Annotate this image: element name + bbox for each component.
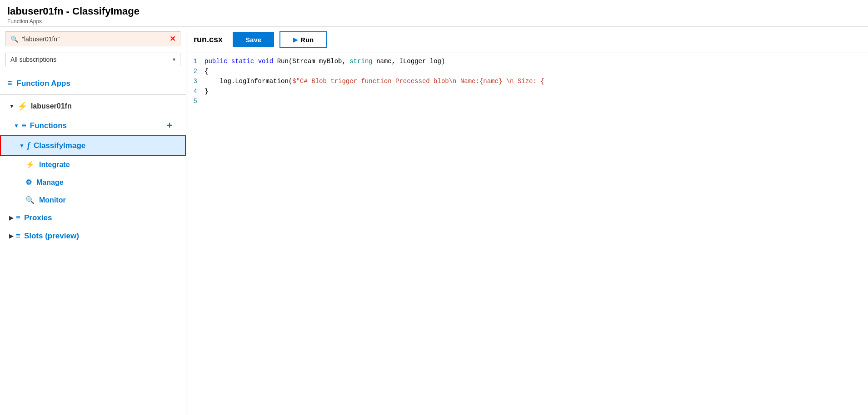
- chevron-down-icon: ▾: [173, 56, 175, 63]
- subscription-label: All subscriptions: [10, 56, 173, 63]
- sub-items: ⚡ Integrate ⚙ Manage 🔍 Monitor: [0, 156, 186, 209]
- search-icon: 🔍: [10, 35, 18, 43]
- line-code: public static void Run(Stream myBlob, st…: [205, 58, 868, 68]
- classify-image-item[interactable]: ▼ f ClassifyImage: [0, 135, 186, 156]
- search-input[interactable]: [22, 35, 170, 43]
- code-editor[interactable]: 1 public static void Run(Stream myBlob, …: [186, 53, 868, 415]
- code-line-3: 3 log.LogInformation($"C# Blob trigger f…: [186, 78, 868, 88]
- line-number: 4: [186, 88, 205, 98]
- proxies-label: Proxies: [24, 213, 52, 222]
- line-code: }: [205, 88, 868, 98]
- manage-item[interactable]: ⚙ Manage: [0, 173, 186, 191]
- page-header: labuser01fn - ClassifyImage Function App…: [0, 0, 868, 27]
- proxies-item[interactable]: ▶ ≡ Proxies: [0, 209, 186, 227]
- chevron-down-icon: ▼: [19, 143, 25, 149]
- gear-icon: ⚙: [25, 178, 32, 187]
- chevron-down-icon: ▼: [9, 103, 15, 109]
- search-box[interactable]: 🔍 ✕: [5, 31, 180, 46]
- line-number: 2: [186, 68, 205, 78]
- monitor-icon: 🔍: [25, 196, 35, 204]
- app-name-label: labuser01fn: [31, 102, 72, 110]
- code-line-1: 1 public static void Run(Stream myBlob, …: [186, 58, 868, 68]
- slots-list-icon: ≡: [16, 232, 20, 241]
- chevron-down-icon: ▼: [14, 123, 19, 129]
- integrate-label: Integrate: [39, 161, 70, 169]
- classify-image-label: ClassifyImage: [34, 141, 85, 150]
- clear-search-button[interactable]: ✕: [170, 35, 175, 43]
- integrate-item[interactable]: ⚡ Integrate: [0, 156, 186, 173]
- line-code: {: [205, 68, 868, 78]
- page-title: labuser01fn - ClassifyImage: [7, 5, 861, 17]
- functions-list-icon: ≡: [22, 121, 26, 130]
- function-app-labuser01fn[interactable]: ▼ ⚡ labuser01fn: [0, 97, 186, 116]
- slots-item[interactable]: ▶ ≡ Slots (preview): [0, 227, 186, 245]
- save-button[interactable]: Save: [233, 32, 274, 47]
- monitor-label: Monitor: [39, 196, 66, 204]
- main-content: run.csx Save ▶ Run 1 public static void …: [186, 27, 868, 415]
- code-line-5: 5: [186, 98, 868, 108]
- sidebar-item-function-apps[interactable]: ≡ Function Apps: [0, 74, 186, 93]
- run-button[interactable]: ▶ Run: [279, 31, 327, 48]
- functions-label: Functions: [30, 121, 167, 130]
- editor-toolbar: run.csx Save ▶ Run: [186, 27, 868, 53]
- proxies-list-icon: ≡: [16, 213, 20, 222]
- code-line-4: 4 }: [186, 88, 868, 98]
- line-number: 5: [186, 98, 205, 108]
- line-code: log.LogInformation($"C# Blob trigger fun…: [205, 78, 868, 88]
- add-function-button[interactable]: +: [167, 120, 172, 131]
- chevron-right-icon: ▶: [9, 215, 13, 221]
- run-arrow-icon: ▶: [293, 36, 298, 43]
- list-icon: ≡: [7, 79, 12, 88]
- subscription-dropdown[interactable]: All subscriptions ▾: [5, 53, 180, 66]
- functions-row[interactable]: ▼ ≡ Functions +: [0, 116, 186, 135]
- line-number: 3: [186, 78, 205, 88]
- chevron-right-icon: ▶: [9, 233, 13, 239]
- sidebar-divider-2: [0, 94, 186, 95]
- slots-label: Slots (preview): [24, 232, 79, 241]
- sidebar: 🔍 ✕ All subscriptions ▾ ≡ Function Apps …: [0, 27, 186, 415]
- sidebar-divider: [0, 72, 186, 72]
- monitor-item[interactable]: 🔍 Monitor: [0, 191, 186, 209]
- function-apps-label: Function Apps: [17, 79, 179, 88]
- line-code: [205, 98, 868, 108]
- function-app-icon: ⚡: [17, 101, 27, 111]
- page-subtitle: Function Apps: [7, 18, 861, 25]
- line-number: 1: [186, 58, 205, 68]
- function-icon: f: [27, 141, 30, 150]
- run-label: Run: [300, 36, 314, 44]
- main-layout: 🔍 ✕ All subscriptions ▾ ≡ Function Apps …: [0, 27, 868, 415]
- lightning-icon: ⚡: [25, 160, 35, 169]
- file-name: run.csx: [194, 35, 223, 44]
- code-line-2: 2 {: [186, 68, 868, 78]
- manage-label: Manage: [36, 178, 64, 187]
